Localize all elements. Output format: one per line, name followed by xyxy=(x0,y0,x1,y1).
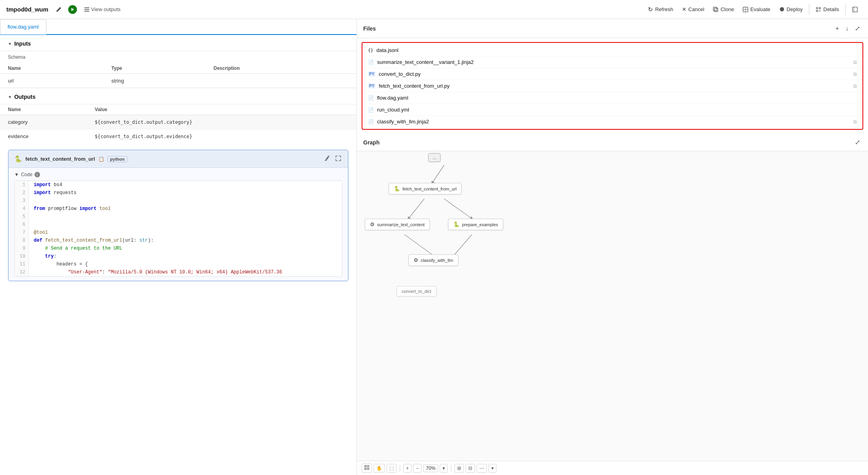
file-name-run-cloud: run_cloud.yml xyxy=(377,107,857,113)
code-line: 9 # Send a request to the URL xyxy=(15,244,342,252)
left-content[interactable]: ▼ Inputs Schema Name Type Description ur… xyxy=(0,35,356,475)
file-item-summarize-jinja[interactable]: 📄 summarize_text_content__variant_1.jinj… xyxy=(362,56,862,68)
expand-code-button[interactable] xyxy=(334,154,342,163)
graph-section-label: Graph xyxy=(363,139,379,146)
svg-rect-21 xyxy=(368,465,369,467)
tab-flow-dag[interactable]: flow.dag.yaml xyxy=(0,19,46,35)
graph-node-prepare[interactable]: 🐍 prepare_examples xyxy=(448,219,503,230)
svg-rect-23 xyxy=(368,468,369,470)
graph-toolbar: ✋ ⬚ + − 70% ▾ ⊞ ⊟ ⋯ ▾ xyxy=(357,461,868,475)
graph-node-summarize[interactable]: ⚙ summarize_text_content xyxy=(365,219,430,230)
inputs-table: Name Type Description url string xyxy=(0,63,356,88)
outputs-table: Name Value category ${convert_to_dict.ou… xyxy=(0,104,356,143)
copy-icon: ⧉ xyxy=(853,119,857,125)
file-item-fetch-py[interactable]: PY fetch_text_content_from_url.py ⧉ xyxy=(362,80,862,92)
convert-node-label: convert_to_dict xyxy=(402,289,431,294)
refresh-button[interactable]: ↻ Refresh xyxy=(644,4,677,15)
pan-button[interactable]: ✋ xyxy=(374,464,385,473)
file-item-run-cloud[interactable]: 📄 run_cloud.yml xyxy=(362,104,862,116)
graph-arrows xyxy=(357,151,868,461)
classify-file-icon: 📄 xyxy=(368,119,374,125)
out-col-name: Name xyxy=(0,104,87,115)
code-subsection: ▼ Code i 1 import bs4 2 import requests xyxy=(9,168,348,281)
file-item-flow-yaml[interactable]: 📄 flow.dag.yaml xyxy=(362,92,862,104)
add-file-button[interactable]: + xyxy=(834,24,841,33)
clone-button[interactable]: Clone xyxy=(709,4,738,15)
code-line: 10 try: xyxy=(15,252,342,260)
yml-file-icon: 📄 xyxy=(368,107,374,113)
output-value-0: ${convert_to_dict.output.category} xyxy=(87,115,356,129)
zoom-out-button[interactable]: − xyxy=(413,464,422,473)
file-name-data-jsonl: data.jsonl xyxy=(376,47,857,53)
expand-files-button[interactable]: ⤢ xyxy=(853,24,862,33)
edit-title-button[interactable] xyxy=(52,5,64,14)
input-desc xyxy=(206,74,356,88)
file-item-data-jsonl[interactable]: {} data.jsonl xyxy=(362,44,862,56)
files-section: Files + ↓ ⤢ {} data.jsonl 📄 summarize_te… xyxy=(357,19,868,134)
run-button[interactable] xyxy=(68,5,77,14)
inputs-chevron: ▼ xyxy=(8,42,12,46)
svg-rect-2 xyxy=(84,9,89,10)
files-list: {} data.jsonl 📄 summarize_text_content__… xyxy=(362,42,863,130)
graph-node-convert[interactable]: convert_to_dict xyxy=(397,286,437,296)
start-node-label: ... xyxy=(433,155,436,160)
file-name-convert-py: convert_to_dict.py xyxy=(379,71,850,77)
graph-node-start[interactable]: ... xyxy=(428,153,441,162)
output-name-1: evidence xyxy=(0,129,87,144)
deploy-button[interactable]: Deploy xyxy=(775,4,807,15)
details-button[interactable]: Details xyxy=(812,4,843,15)
arrange-button[interactable]: ⊞ xyxy=(454,464,464,473)
magic-wand-button[interactable] xyxy=(323,154,331,163)
prepare-node-icon: 🐍 xyxy=(453,221,460,227)
inputs-section-header[interactable]: ▼ Inputs xyxy=(0,35,356,51)
view-outputs-button[interactable]: View outputs xyxy=(81,5,124,14)
schema-label: Schema xyxy=(0,51,356,63)
evaluate-button[interactable]: Evaluate xyxy=(739,4,774,15)
code-collapse-chevron: ▼ xyxy=(14,172,19,177)
copy-icon: ⧉ xyxy=(853,71,857,77)
download-file-button[interactable]: ↓ xyxy=(844,24,850,33)
svg-rect-4 xyxy=(715,8,718,12)
zoom-in-button[interactable]: + xyxy=(403,464,412,473)
code-line: 2 import requests xyxy=(15,189,342,197)
code-section: 🐍 fetch_text_content_from_url 📋 python xyxy=(8,150,349,281)
app-title: tmpod0d_wum xyxy=(6,6,48,13)
graph-canvas[interactable]: ... 🐍 fetch_text_content_from_url ⚙ summ… xyxy=(357,151,868,461)
zoom-dropdown-button[interactable]: ▾ xyxy=(440,464,448,473)
python-emoji-icon: 🐍 xyxy=(14,155,22,163)
py-file-icon: PY xyxy=(368,83,376,88)
graph-node-classify[interactable]: ⚙ classify_with_llm xyxy=(408,254,458,266)
files-section-header: Files + ↓ ⤢ xyxy=(357,19,868,38)
table-row: evidence ${convert_to_dict.output.eviden… xyxy=(0,129,356,144)
select-button[interactable]: ⬚ xyxy=(387,464,397,473)
evaluate-label: Evaluate xyxy=(750,6,770,12)
yaml-file-icon: 📄 xyxy=(368,95,374,101)
layout-button[interactable]: ⊟ xyxy=(466,464,475,473)
cancel-icon: ✕ xyxy=(682,6,686,12)
svg-rect-20 xyxy=(365,465,366,467)
python-badge: python xyxy=(107,156,128,162)
py-file-icon: PY xyxy=(368,71,376,77)
code-editor[interactable]: 1 import bs4 2 import requests 3 4 xyxy=(14,181,342,277)
output-value-1: ${convert_to_dict.output.evidence} xyxy=(87,129,356,144)
code-subsection-label: Code xyxy=(21,172,33,177)
options-button[interactable]: ⋯ xyxy=(477,464,487,473)
expand-graph-button[interactable]: ⤢ xyxy=(853,138,862,147)
svg-marker-0 xyxy=(71,8,74,11)
more-options-button[interactable]: ▾ xyxy=(489,464,496,473)
expand-button[interactable] xyxy=(848,4,862,15)
copy-icon: ⧉ xyxy=(853,60,857,65)
outputs-section-header[interactable]: ▼ Outputs xyxy=(0,88,356,104)
code-line: 5 xyxy=(15,213,342,221)
table-row: category ${convert_to_dict.output.catego… xyxy=(0,115,356,129)
graph-node-fetch[interactable]: 🐍 fetch_text_content_from_url xyxy=(389,183,462,194)
code-section-actions xyxy=(323,154,342,163)
fit-view-button[interactable] xyxy=(362,463,372,473)
file-item-convert-py[interactable]: PY convert_to_dict.py ⧉ xyxy=(362,68,862,80)
right-panel: Files + ↓ ⤢ {} data.jsonl 📄 summarize_te… xyxy=(357,19,868,475)
input-type: string xyxy=(103,74,206,88)
code-line: 6 xyxy=(15,221,342,229)
file-item-classify-jinja[interactable]: 📄 classify_with_llm.jinja2 ⧉ xyxy=(362,116,862,127)
cancel-button[interactable]: ✕ Cancel xyxy=(678,4,708,15)
deploy-icon xyxy=(779,7,785,12)
